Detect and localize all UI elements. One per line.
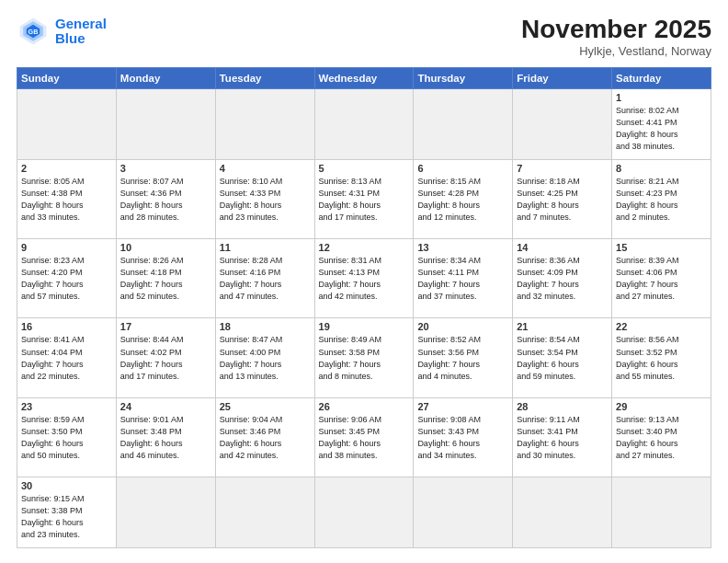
day-number: 10 [120,242,211,253]
calendar-cell: 21Sunrise: 8:54 AM Sunset: 3:54 PM Dayli… [513,318,612,397]
calendar-cell: 15Sunrise: 8:39 AM Sunset: 4:06 PM Dayli… [612,239,711,318]
calendar-cell [116,89,215,160]
calendar-cell: 20Sunrise: 8:52 AM Sunset: 3:56 PM Dayli… [414,318,513,397]
calendar-cell [513,477,612,547]
day-number: 19 [319,321,410,332]
calendar-cell: 13Sunrise: 8:34 AM Sunset: 4:11 PM Dayli… [414,239,513,318]
weekday-header: Tuesday [215,68,314,89]
calendar-cell: 16Sunrise: 8:41 AM Sunset: 4:04 PM Dayli… [17,318,117,397]
calendar-cell: 1Sunrise: 8:02 AM Sunset: 4:41 PM Daylig… [612,89,711,160]
day-number: 29 [616,401,707,412]
calendar-cell [314,89,414,160]
day-number: 3 [120,163,211,174]
week-row: 30Sunrise: 9:15 AM Sunset: 3:38 PM Dayli… [17,477,711,547]
calendar-cell: 17Sunrise: 8:44 AM Sunset: 4:02 PM Dayli… [116,318,215,397]
week-row: 2Sunrise: 8:05 AM Sunset: 4:38 PM Daylig… [17,159,711,238]
weekday-header: Saturday [612,68,711,89]
weekday-header: Friday [513,68,612,89]
day-info: Sunrise: 8:47 AM Sunset: 4:00 PM Dayligh… [220,334,311,382]
day-number: 25 [220,401,311,412]
day-number: 9 [21,242,112,253]
day-info: Sunrise: 9:11 AM Sunset: 3:41 PM Dayligh… [517,414,608,462]
logo-blue: Blue [55,31,107,47]
calendar-cell: 3Sunrise: 8:07 AM Sunset: 4:36 PM Daylig… [116,159,215,238]
calendar: SundayMondayTuesdayWednesdayThursdayFrid… [17,67,711,548]
day-info: Sunrise: 8:21 AM Sunset: 4:23 PM Dayligh… [616,176,707,224]
day-info: Sunrise: 8:52 AM Sunset: 3:56 PM Dayligh… [417,334,508,382]
day-info: Sunrise: 8:07 AM Sunset: 4:36 PM Dayligh… [120,176,211,224]
day-number: 16 [21,321,112,332]
day-info: Sunrise: 8:05 AM Sunset: 4:38 PM Dayligh… [21,176,112,224]
logo-text: General Blue [55,17,107,47]
calendar-cell: 22Sunrise: 8:56 AM Sunset: 3:52 PM Dayli… [612,318,711,397]
day-number: 27 [417,401,508,412]
day-info: Sunrise: 8:59 AM Sunset: 3:50 PM Dayligh… [21,414,112,462]
calendar-cell: 12Sunrise: 8:31 AM Sunset: 4:13 PM Dayli… [314,239,414,318]
day-info: Sunrise: 8:34 AM Sunset: 4:11 PM Dayligh… [417,255,508,303]
logo-general: General [55,16,107,31]
calendar-cell: 26Sunrise: 9:06 AM Sunset: 3:45 PM Dayli… [314,397,414,477]
day-number: 7 [517,163,608,174]
svg-text:GB: GB [28,28,39,36]
day-info: Sunrise: 9:08 AM Sunset: 3:43 PM Dayligh… [417,414,508,462]
day-info: Sunrise: 9:01 AM Sunset: 3:48 PM Dayligh… [120,414,211,462]
calendar-cell [513,89,612,160]
day-info: Sunrise: 8:13 AM Sunset: 4:31 PM Dayligh… [319,176,410,224]
calendar-cell [314,477,414,547]
week-row: 23Sunrise: 8:59 AM Sunset: 3:50 PM Dayli… [17,397,711,477]
calendar-cell: 2Sunrise: 8:05 AM Sunset: 4:38 PM Daylig… [17,159,117,238]
day-info: Sunrise: 8:18 AM Sunset: 4:25 PM Dayligh… [517,176,608,224]
day-info: Sunrise: 8:26 AM Sunset: 4:18 PM Dayligh… [120,255,211,303]
calendar-cell: 25Sunrise: 9:04 AM Sunset: 3:46 PM Dayli… [215,397,314,477]
weekday-header: Monday [116,68,215,89]
day-info: Sunrise: 8:54 AM Sunset: 3:54 PM Dayligh… [517,334,608,382]
calendar-cell: 28Sunrise: 9:11 AM Sunset: 3:41 PM Dayli… [513,397,612,477]
weekday-header: Thursday [414,68,513,89]
day-info: Sunrise: 9:06 AM Sunset: 3:45 PM Dayligh… [319,414,410,462]
day-info: Sunrise: 8:15 AM Sunset: 4:28 PM Dayligh… [417,176,508,224]
calendar-cell: 8Sunrise: 8:21 AM Sunset: 4:23 PM Daylig… [612,159,711,238]
day-info: Sunrise: 8:36 AM Sunset: 4:09 PM Dayligh… [517,255,608,303]
day-number: 21 [517,321,608,332]
day-info: Sunrise: 8:10 AM Sunset: 4:33 PM Dayligh… [220,176,311,224]
day-number: 24 [120,401,211,412]
calendar-cell: 19Sunrise: 8:49 AM Sunset: 3:58 PM Dayli… [314,318,414,397]
day-number: 4 [220,163,311,174]
calendar-cell: 29Sunrise: 9:13 AM Sunset: 3:40 PM Dayli… [612,397,711,477]
day-number: 15 [616,242,707,253]
day-number: 12 [319,242,410,253]
day-number: 11 [220,242,311,253]
day-info: Sunrise: 8:31 AM Sunset: 4:13 PM Dayligh… [319,255,410,303]
day-number: 14 [517,242,608,253]
logo-icon: GB [17,15,50,48]
header: GB General Blue November 2025 Hylkje, Ve… [17,15,711,58]
calendar-cell [215,477,314,547]
title-block: November 2025 Hylkje, Vestland, Norway [521,15,711,58]
day-number: 6 [417,163,508,174]
calendar-cell: 4Sunrise: 8:10 AM Sunset: 4:33 PM Daylig… [215,159,314,238]
day-number: 2 [21,163,112,174]
weekday-header: Wednesday [314,68,414,89]
day-number: 20 [417,321,508,332]
week-row: 1Sunrise: 8:02 AM Sunset: 4:41 PM Daylig… [17,89,711,160]
day-info: Sunrise: 8:02 AM Sunset: 4:41 PM Dayligh… [616,105,707,153]
day-number: 28 [517,401,608,412]
calendar-cell [414,89,513,160]
calendar-cell: 24Sunrise: 9:01 AM Sunset: 3:48 PM Dayli… [116,397,215,477]
day-info: Sunrise: 8:49 AM Sunset: 3:58 PM Dayligh… [319,334,410,382]
calendar-cell: 11Sunrise: 8:28 AM Sunset: 4:16 PM Dayli… [215,239,314,318]
week-row: 9Sunrise: 8:23 AM Sunset: 4:20 PM Daylig… [17,239,711,318]
calendar-cell: 23Sunrise: 8:59 AM Sunset: 3:50 PM Dayli… [17,397,117,477]
page: GB General Blue November 2025 Hylkje, Ve… [0,0,728,563]
header-row: SundayMondayTuesdayWednesdayThursdayFrid… [17,68,711,89]
calendar-cell: 14Sunrise: 8:36 AM Sunset: 4:09 PM Dayli… [513,239,612,318]
calendar-cell [116,477,215,547]
day-number: 13 [417,242,508,253]
day-number: 1 [616,92,707,103]
day-info: Sunrise: 9:04 AM Sunset: 3:46 PM Dayligh… [220,414,311,462]
calendar-cell: 10Sunrise: 8:26 AM Sunset: 4:18 PM Dayli… [116,239,215,318]
weekday-header: Sunday [17,68,117,89]
day-number: 26 [319,401,410,412]
calendar-cell: 18Sunrise: 8:47 AM Sunset: 4:00 PM Dayli… [215,318,314,397]
day-number: 23 [21,401,112,412]
